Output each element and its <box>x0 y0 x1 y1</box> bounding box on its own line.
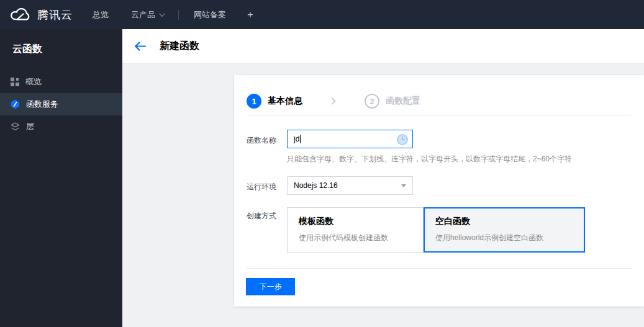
step-number-badge: 1 <box>247 94 261 109</box>
next-step-button[interactable]: 下一步 <box>246 278 295 295</box>
chevron-down-icon <box>159 11 165 17</box>
creation-method-label: 创建方式 <box>247 207 287 253</box>
layers-icon <box>11 122 20 132</box>
content-area: 1 基本信息 2 函数配置 函数名称 jd <box>122 64 644 327</box>
topnav-menu: 总览 云产品 网站备案 + <box>81 0 263 29</box>
function-name-input[interactable]: jd <box>287 130 413 148</box>
sidebar-item-function-service[interactable]: 函数服务 <box>0 93 122 115</box>
clock-pending-icon <box>396 133 409 148</box>
main-area: 新建函数 1 基本信息 2 函数配置 函数名称 <box>122 29 644 327</box>
sidebar-item-label: 层 <box>26 121 34 132</box>
nav-divider <box>178 10 179 20</box>
runtime-row: 运行环境 Nodejs 12.16 <box>247 176 632 195</box>
step-basic-info: 1 基本信息 <box>247 94 302 109</box>
actions-row: 下一步 <box>234 269 644 295</box>
cloud-logo-icon <box>10 7 31 22</box>
tencent-cloud-logo[interactable]: 腾讯云 <box>0 7 81 22</box>
add-nav-tab-button[interactable]: + <box>237 9 263 21</box>
sidebar: 云函数 概览 函数服务 层 <box>0 29 122 327</box>
sidebar-title: 云函数 <box>0 29 122 71</box>
wizard-steps: 1 基本信息 2 函数配置 <box>234 75 644 115</box>
method-card-template-function[interactable]: 模板函数 使用示例代码模板创建函数 <box>287 207 424 253</box>
function-name-row: 函数名称 jd 只能包含字母、数字、下划 <box>247 130 632 163</box>
function-service-icon <box>11 99 20 109</box>
method-cards: 模板函数 使用示例代码模板创建函数 空白函数 使用helloworld示例创建空… <box>287 207 585 253</box>
function-name-label: 函数名称 <box>247 130 287 163</box>
sidebar-item-label: 概览 <box>25 76 42 87</box>
nav-item-icp-filing[interactable]: 网站备案 <box>183 0 237 29</box>
step-number-badge: 2 <box>365 94 379 109</box>
page-header: 新建函数 <box>122 29 644 64</box>
runtime-select[interactable]: Nodejs 12.16 <box>287 176 413 195</box>
runtime-label: 运行环境 <box>247 176 287 195</box>
step-function-config: 2 函数配置 <box>365 94 420 109</box>
back-arrow-icon <box>134 42 146 51</box>
create-function-card: 1 基本信息 2 函数配置 函数名称 jd <box>234 75 644 307</box>
nav-item-cloud-products[interactable]: 云产品 <box>120 0 175 29</box>
top-navbar: 腾讯云 总览 云产品 网站备案 + <box>0 0 644 29</box>
function-name-hint: 只能包含字母、数字、下划线、连字符，以字母开头，以数字或字母结尾，2~60个字符 <box>287 155 572 163</box>
page-title: 新建函数 <box>160 40 199 53</box>
brand-name: 腾讯云 <box>37 7 73 22</box>
creation-method-row: 创建方式 模板函数 使用示例代码模板创建函数 空白函数 使用helloworld… <box>247 207 632 253</box>
basic-info-form: 函数名称 jd 只能包含字母、数字、下划 <box>234 115 644 253</box>
sidebar-item-layers[interactable]: 层 <box>0 115 122 138</box>
back-button[interactable] <box>134 42 146 51</box>
text-cursor <box>300 135 301 143</box>
method-card-blank-function[interactable]: 空白函数 使用helloworld示例创建空白函数 <box>424 207 585 253</box>
sidebar-item-label: 函数服务 <box>26 99 58 110</box>
nav-item-overview[interactable]: 总览 <box>81 0 120 29</box>
grid-icon <box>11 78 19 86</box>
select-caret-icon <box>401 184 406 187</box>
step-arrow-icon <box>329 97 335 104</box>
sidebar-item-overview[interactable]: 概览 <box>0 71 122 93</box>
